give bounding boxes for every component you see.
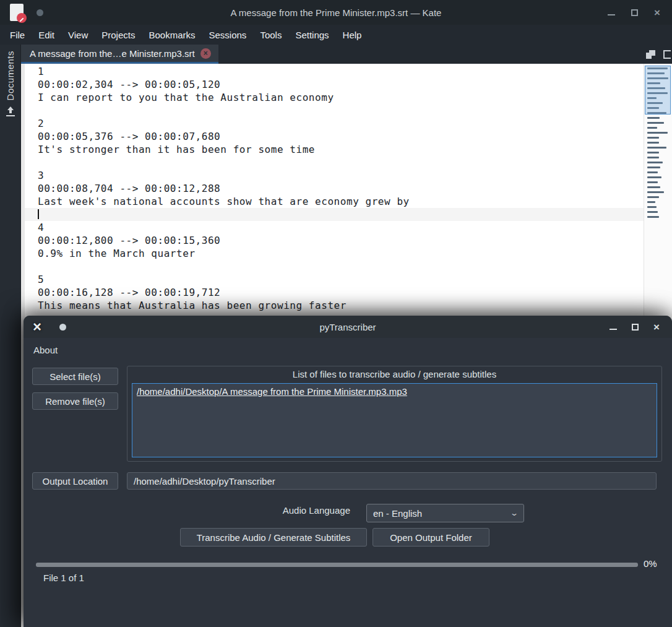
open-output-folder-button[interactable]: Open Output Folder	[373, 528, 489, 547]
kate-menubar: FileEditViewProjectsBookmarksSessionsToo…	[0, 25, 672, 45]
minimap-line	[647, 142, 659, 144]
minimap-line	[647, 162, 663, 163]
minimap-line	[647, 122, 664, 124]
code-line[interactable]: This means that Australia has been growi…	[25, 299, 644, 312]
menu-edit[interactable]: Edit	[32, 25, 61, 45]
minimap-line	[647, 171, 658, 173]
code-line[interactable]: I can report to you that the Australian …	[25, 91, 644, 104]
menu-sessions[interactable]: Sessions	[202, 25, 254, 45]
kate-app-icon	[10, 4, 24, 21]
progress-percent: 0%	[644, 558, 657, 569]
pytranscriber-window-title: pyTranscriber	[24, 322, 672, 332]
minimap-line	[647, 152, 659, 154]
code-line[interactable]: 00:00:16,128 --> 00:00:19,712	[25, 286, 644, 299]
filelist[interactable]: /home/adhi/Desktop/A message from the Pr…	[132, 383, 657, 457]
close-icon[interactable]: ×	[652, 322, 661, 331]
minimap-line	[647, 191, 664, 193]
menu-settings[interactable]: Settings	[288, 25, 335, 45]
audio-language-value: en - English	[373, 508, 422, 519]
menu-view[interactable]: View	[61, 25, 95, 45]
kate-left-dock: Documents	[0, 45, 21, 627]
remove-files-button[interactable]: Remove file(s)	[32, 392, 118, 410]
code-line[interactable]: 00:00:05,376 --> 00:00:07,680	[25, 130, 644, 143]
pytranscriber-window-controls: ×	[609, 316, 672, 338]
filelist-groupbox: List of files to transcribe audio / gene…	[127, 366, 662, 462]
code-line[interactable]: 00:00:02,304 --> 00:00:05,120	[25, 78, 644, 91]
code-line[interactable]: 4	[25, 221, 644, 234]
tab-close-icon[interactable]: ×	[200, 48, 211, 59]
select-files-button[interactable]: Select file(s)	[32, 368, 118, 385]
menu-bookmarks[interactable]: Bookmarks	[142, 25, 202, 45]
minimap-line	[647, 211, 658, 213]
minimap-line	[647, 127, 657, 129]
minimize-icon[interactable]	[607, 8, 616, 17]
minimap-line	[647, 196, 659, 198]
dock-upload-icon[interactable]	[6, 106, 15, 116]
code-line[interactable]: 0.9% in the March quarter	[25, 247, 644, 260]
code-line[interactable]: 2	[25, 117, 644, 130]
minimap-line	[647, 157, 659, 158]
audio-language-label: Audio Language	[209, 505, 350, 516]
minimap-line	[647, 216, 659, 218]
kate-tab[interactable]: A message from the…e Minister.mp3.srt ×	[21, 45, 218, 64]
minimap-line	[647, 201, 655, 203]
pytranscriber-app-icon: ×	[33, 318, 41, 335]
text-cursor	[38, 209, 39, 219]
code-line[interactable]: It's stronger than it has been for some …	[25, 143, 644, 156]
progress-bar	[36, 563, 638, 567]
pytranscriber-titlebar: × pyTranscriber ×	[24, 316, 672, 338]
menu-help[interactable]: Help	[336, 25, 369, 45]
code-line[interactable]: Last week's national accounts show that …	[25, 195, 644, 208]
code-line[interactable]: 5	[25, 273, 644, 286]
minimap-line	[647, 147, 666, 149]
code-line[interactable]: 00:00:08,704 --> 00:00:12,288	[25, 182, 644, 195]
audio-language-select[interactable]: en - English ⌄	[366, 504, 524, 522]
duplicate-tab-icon[interactable]	[646, 50, 656, 59]
code-line[interactable]: 3	[25, 169, 644, 182]
menu-about[interactable]: About	[24, 345, 67, 355]
pytranscriber-menubar: About	[24, 338, 672, 361]
maximize-icon[interactable]	[631, 322, 639, 331]
dock-documents-tab[interactable]: Documents	[5, 51, 15, 100]
minimap-line	[647, 166, 660, 168]
kate-tab-label: A message from the…e Minister.mp3.srt	[30, 48, 195, 59]
minimap-line	[647, 181, 658, 183]
kate-tabbar: A message from the…e Minister.mp3.srt ×	[21, 45, 672, 64]
kate-window-title: A message from the Prime Minister.mp3.sr…	[0, 7, 672, 18]
output-location-button[interactable]: Output Location	[32, 472, 118, 490]
file-count-label: File 1 of 1	[43, 573, 84, 583]
filelist-item[interactable]: /home/adhi/Desktop/A message from the Pr…	[132, 384, 657, 399]
minimap-line	[647, 206, 657, 208]
minimap-line	[647, 176, 661, 178]
code-line[interactable]: 1	[25, 65, 644, 78]
minimap-line	[647, 117, 660, 119]
minimap-line	[647, 132, 668, 134]
maximize-icon[interactable]	[630, 8, 639, 17]
filelist-title: List of files to transcribe audio / gene…	[127, 369, 661, 379]
chevron-down-icon: ⌄	[510, 509, 519, 517]
kate-titlebar: A message from the Prime Minister.mp3.sr…	[0, 0, 672, 25]
titlebar-dot-icon	[37, 9, 43, 16]
minimap-line	[647, 186, 660, 188]
minimap-line	[647, 137, 659, 139]
menu-file[interactable]: File	[3, 25, 32, 45]
menu-tools[interactable]: Tools	[253, 25, 288, 45]
titlebar-dot-icon	[59, 324, 66, 331]
minimap-viewport-indicator[interactable]	[645, 66, 671, 115]
code-line[interactable]: 00:00:12,800 --> 00:00:15,360	[25, 234, 644, 247]
close-icon[interactable]: ×	[653, 8, 661, 17]
pytranscriber-window: × pyTranscriber × About Select file(s) R…	[24, 316, 672, 627]
transcribe-button[interactable]: Transcribe Audio / Generate Subtitles	[180, 528, 367, 547]
menu-projects[interactable]: Projects	[95, 25, 142, 45]
kate-window-controls: ×	[607, 0, 672, 25]
code-line[interactable]	[25, 104, 644, 117]
output-location-field[interactable]: /home/adhi/Desktop/pyTranscriber	[127, 472, 657, 490]
code-line[interactable]	[25, 156, 644, 169]
cursor-line[interactable]	[25, 208, 644, 221]
code-line[interactable]	[25, 260, 644, 273]
minimize-icon[interactable]	[609, 322, 618, 331]
tab-list-icon[interactable]	[663, 50, 671, 59]
